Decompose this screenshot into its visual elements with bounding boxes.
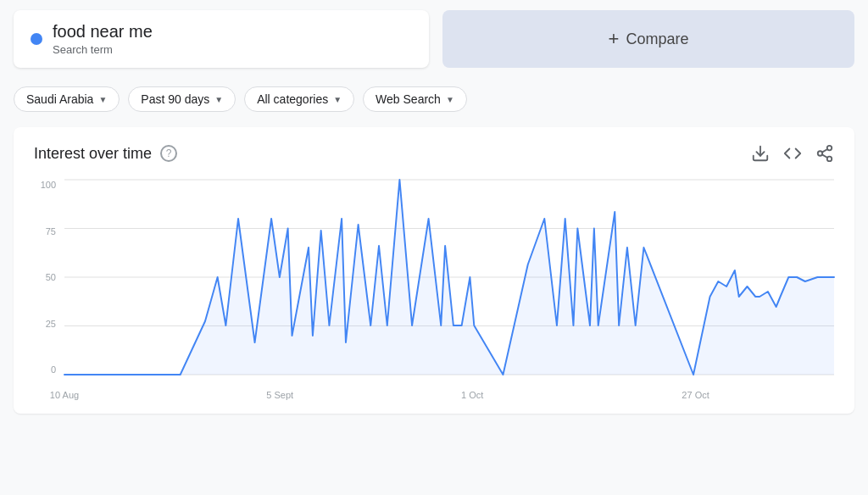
- filter-country[interactable]: Saudi Arabia ▼: [14, 86, 120, 112]
- y-label-50: 50: [34, 272, 61, 282]
- embed-icon[interactable]: [783, 144, 802, 163]
- svg-line-5: [822, 149, 827, 153]
- filter-country-label: Saudi Arabia: [26, 92, 93, 106]
- filter-search-type-label: Web Search: [376, 92, 441, 106]
- top-section: food near me Search term + Compare: [0, 0, 868, 78]
- y-label-0: 0: [34, 364, 61, 375]
- x-label-sept5: 5 Sept: [266, 390, 293, 400]
- chart-title-group: Interest over time ?: [34, 145, 177, 163]
- search-term-text: food near me Search term: [53, 22, 153, 56]
- y-label-75: 75: [34, 226, 61, 236]
- share-icon[interactable]: [815, 144, 834, 163]
- x-axis-labels: 10 Aug 5 Sept 1 Oct 27 Oct: [64, 376, 834, 400]
- filter-search-type[interactable]: Web Search ▼: [363, 86, 467, 112]
- compare-label: Compare: [626, 31, 688, 48]
- x-label-aug10: 10 Aug: [50, 390, 79, 400]
- term-indicator-dot: [31, 33, 42, 45]
- line-chart-svg: [64, 180, 834, 375]
- chevron-down-icon: ▼: [98, 95, 107, 104]
- filter-category-label: All categories: [257, 92, 328, 106]
- chevron-down-icon: ▼: [333, 95, 342, 104]
- filter-category[interactable]: All categories ▼: [244, 86, 354, 112]
- chart-actions: [751, 144, 834, 163]
- x-label-oct1: 1 Oct: [461, 390, 483, 400]
- x-label-oct27: 27 Oct: [682, 390, 709, 400]
- compare-card[interactable]: + Compare: [442, 10, 854, 68]
- search-term-card: food near me Search term: [14, 10, 429, 68]
- svg-line-4: [822, 154, 827, 158]
- filters-bar: Saudi Arabia ▼ Past 90 days ▼ All catego…: [0, 78, 868, 120]
- filter-period[interactable]: Past 90 days ▼: [128, 86, 236, 112]
- plus-icon: +: [609, 28, 620, 50]
- chart-title: Interest over time: [34, 145, 152, 163]
- download-icon[interactable]: [751, 144, 770, 163]
- help-icon[interactable]: ?: [160, 145, 177, 162]
- chart-svg-area: [64, 180, 834, 375]
- term-type: Search term: [53, 43, 153, 56]
- y-axis-labels: 0 25 50 75 100: [34, 180, 61, 375]
- chevron-down-icon: ▼: [214, 95, 223, 104]
- chart-section: Interest over time ?: [14, 127, 854, 414]
- y-label-100: 100: [34, 180, 61, 190]
- y-label-25: 25: [34, 319, 61, 329]
- chart-container: 0 25 50 75 100 10 Aug: [34, 180, 834, 400]
- filter-period-label: Past 90 days: [141, 92, 209, 106]
- chevron-down-icon: ▼: [446, 95, 454, 104]
- chart-header: Interest over time ?: [34, 144, 834, 163]
- term-name: food near me: [53, 22, 153, 42]
